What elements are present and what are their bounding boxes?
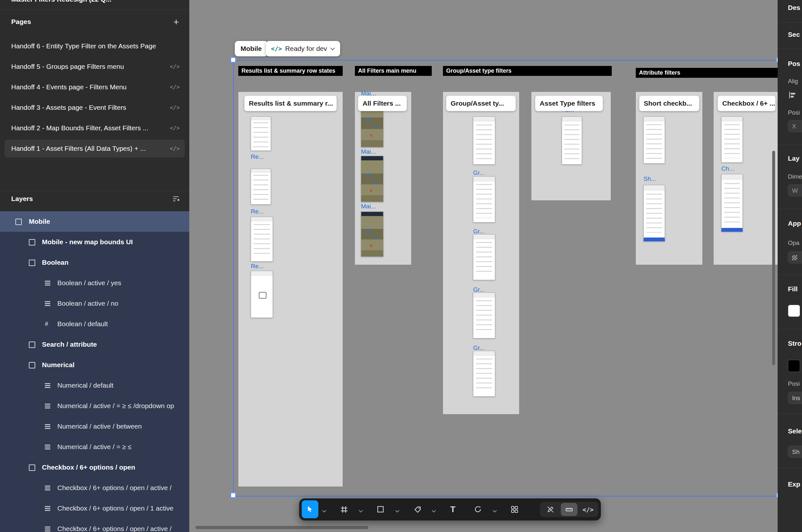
- resources-tool[interactable]: [507, 500, 522, 518]
- board-checkbox-6plus[interactable]: Checkbox / 6+ ... Ch...: [714, 92, 778, 265]
- map-thumbnail[interactable]: [361, 156, 384, 202]
- x-position-field[interactable]: X: [788, 120, 802, 132]
- move-tool-chevron[interactable]: [322, 508, 327, 514]
- selection-field[interactable]: Sh: [788, 445, 802, 458]
- board-all-filters[interactable]: Mai... All Filters ... Mai... Mai...: [355, 92, 411, 265]
- frame-label[interactable]: Mai...: [361, 148, 376, 155]
- frame-label[interactable]: Gr...: [473, 286, 485, 293]
- code-toggle[interactable]: </>: [580, 503, 596, 516]
- stroke-position-dropdown[interactable]: Ins: [788, 392, 802, 404]
- layer-row-mobile[interactable]: Mobile: [0, 211, 189, 232]
- page-row-handoff-1-selected[interactable]: Handoff 1 - Asset Filters (All Data Type…: [4, 139, 185, 157]
- layer-list-options-icon[interactable]: [172, 195, 180, 203]
- board-title[interactable]: Results list & summary r...: [244, 96, 337, 111]
- shape-tool[interactable]: [373, 500, 388, 518]
- frame-label[interactable]: Re...: [251, 208, 264, 215]
- annotate-toggle[interactable]: [561, 503, 577, 516]
- move-tool[interactable]: [302, 500, 318, 518]
- layer-row[interactable]: Numerical: [0, 355, 189, 375]
- layer-row[interactable]: Checkbox / 6+ options / open / active /: [0, 518, 189, 532]
- phone-thumbnail[interactable]: [644, 185, 665, 241]
- section-label[interactable]: Group/Asset type filters: [443, 66, 612, 76]
- frame-label[interactable]: Mai...: [361, 203, 376, 210]
- layer-row[interactable]: Boolean / active / yes: [0, 273, 189, 293]
- page-row-handoff-4[interactable]: Handoff 4 - Events page - Filters Menu <…: [4, 78, 185, 96]
- design-edit-toggle[interactable]: [542, 503, 559, 516]
- board-title[interactable]: Asset Type filters: [535, 96, 603, 111]
- pen-tool-chevron[interactable]: [432, 508, 436, 514]
- page-row-handoff-5[interactable]: Handoff 5 - Groups page Filters menu </>: [4, 58, 185, 76]
- section-label[interactable]: Attribute filters: [636, 68, 778, 78]
- phone-thumbnail[interactable]: [251, 116, 271, 151]
- stroke-color-swatch[interactable]: [788, 360, 800, 372]
- frame-label[interactable]: Re...: [251, 153, 264, 160]
- board-group-asset-type[interactable]: Group/Asset ty... Gr... Gr... Gr... Gr..…: [443, 92, 519, 414]
- fill-color-swatch[interactable]: [788, 305, 800, 317]
- width-field[interactable]: W: [788, 184, 802, 196]
- text-tool[interactable]: T: [446, 500, 460, 518]
- phone-thumbnail[interactable]: [721, 116, 743, 163]
- shape-tool-chevron[interactable]: [395, 508, 399, 514]
- section-label[interactable]: All Filters main menu: [355, 66, 432, 76]
- actions-tool[interactable]: [471, 500, 485, 518]
- selection-handle[interactable]: [230, 57, 236, 63]
- frame-label[interactable]: Sh...: [644, 175, 656, 183]
- phone-thumbnail[interactable]: [721, 174, 743, 232]
- layer-row[interactable]: Boolean / active / no: [0, 293, 189, 314]
- map-thumbnail[interactable]: [361, 212, 384, 257]
- actions-tool-chevron[interactable]: [492, 508, 497, 514]
- phone-thumbnail[interactable]: [644, 116, 665, 164]
- layer-row[interactable]: Numerical / active / between: [0, 416, 189, 437]
- dev-status-chip[interactable]: </> Ready for dev: [266, 41, 340, 56]
- divider: [0, 10, 189, 10]
- selection-handle[interactable]: [230, 493, 236, 498]
- layer-row[interactable]: Numerical / active / = ≥ ≤: [0, 437, 189, 457]
- page-row-handoff-6[interactable]: Handoff 6 - Entity Type Filter on the As…: [4, 37, 185, 55]
- canvas-horizontal-scrollbar[interactable]: [195, 526, 368, 529]
- design-tab[interactable]: Des: [788, 4, 800, 12]
- board-title[interactable]: Group/Asset ty...: [446, 96, 516, 111]
- section-label[interactable]: Results list & summary row states: [238, 66, 343, 76]
- frame-tool-chevron[interactable]: [359, 508, 363, 514]
- frame-label[interactable]: Ch...: [721, 165, 734, 172]
- pen-tool[interactable]: [411, 500, 425, 518]
- canvas-vertical-scrollbar[interactable]: [772, 151, 775, 365]
- frame-tool[interactable]: [337, 500, 351, 518]
- layer-row[interactable]: Search / attribute: [0, 334, 189, 355]
- frame-label[interactable]: Gr...: [473, 344, 485, 352]
- frame-name-chip[interactable]: Mobile: [235, 41, 268, 56]
- layer-row[interactable]: Boolean: [0, 252, 189, 273]
- layer-row[interactable]: Checkbox / 6+ options / open / active /: [0, 478, 189, 498]
- phone-thumbnail[interactable]: [251, 169, 271, 205]
- board-title[interactable]: All Filters ...: [358, 96, 407, 111]
- phone-thumbnail[interactable]: [473, 292, 495, 338]
- page-row-handoff-3[interactable]: Handoff 3 - Assets page - Event Filters …: [4, 99, 185, 116]
- board-asset-type-filters[interactable]: Asset Type filters As...: [531, 92, 611, 201]
- phone-thumbnail[interactable]: [473, 351, 495, 397]
- board-results-list[interactable]: Results list & summary r... Re... Re... …: [238, 92, 343, 487]
- layer-row[interactable]: # Boolean / default: [0, 314, 189, 334]
- add-page-button[interactable]: +: [171, 17, 181, 27]
- opacity-field[interactable]: [788, 251, 802, 263]
- board-title[interactable]: Checkbox / 6+ ...: [718, 96, 776, 111]
- phone-thumbnail[interactable]: [562, 116, 582, 165]
- page-row-handoff-2[interactable]: Handoff 2 - Map Bounds Filter, Asset Fil…: [4, 119, 185, 137]
- layer-row[interactable]: Mobile - new map bounds UI: [0, 232, 189, 252]
- phone-thumbnail[interactable]: [473, 234, 495, 280]
- align-left-icon[interactable]: [788, 91, 797, 99]
- layer-row[interactable]: Checkbox / 6+ options / open: [0, 457, 189, 478]
- dimensions-label: Dime: [788, 173, 802, 180]
- phone-thumbnail[interactable]: [473, 176, 495, 223]
- alignment-label: Alig: [788, 78, 798, 85]
- layer-row[interactable]: Numerical / active / = ≥ ≤ /dropdown op: [0, 396, 189, 416]
- phone-thumbnail[interactable]: [473, 116, 495, 165]
- frame-label[interactable]: Gr...: [473, 228, 485, 235]
- layer-row[interactable]: Checkbox / 6+ options / open / 1 active: [0, 498, 189, 518]
- phone-thumbnail-empty-state[interactable]: [251, 271, 273, 318]
- frame-label[interactable]: Gr...: [473, 169, 485, 176]
- layer-row[interactable]: Numerical / default: [0, 375, 189, 396]
- frame-label[interactable]: Re...: [251, 263, 264, 270]
- board-short-checkbox[interactable]: Short checkb... Sh...: [636, 92, 703, 265]
- board-title[interactable]: Short checkb...: [639, 96, 699, 111]
- phone-thumbnail[interactable]: [251, 217, 273, 262]
